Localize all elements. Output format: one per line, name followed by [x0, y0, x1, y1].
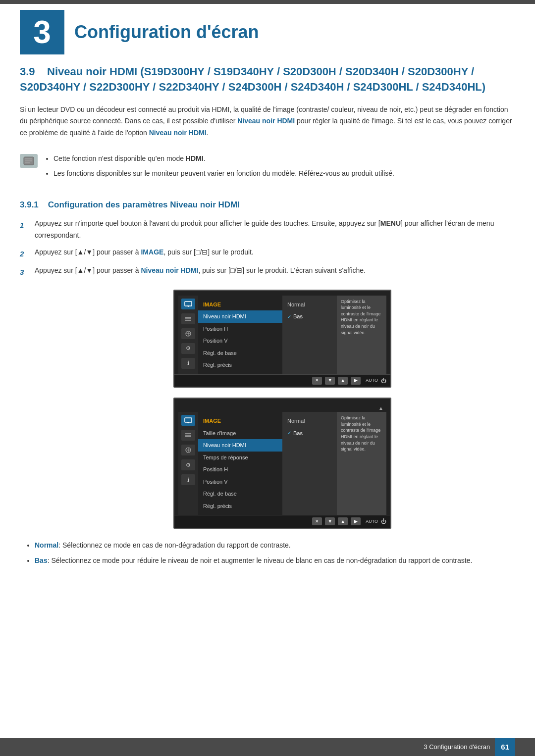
screenshot2-inner: ▲ ⚙ ℹ: [174, 399, 390, 515]
footer-page: 61: [495, 738, 515, 756]
chapter-number: 3: [20, 10, 64, 54]
header-bar: [0, 0, 535, 4]
ctrl-btn-up-2: ▲: [338, 517, 348, 525]
screenshot2-menu-item-5: Position V: [198, 476, 282, 488]
sidebar-icon-info: ℹ: [181, 358, 195, 369]
screenshot2-sidebar-icon-monitor: [181, 415, 195, 426]
screenshot1-sidebar: ⚙ ℹ: [178, 296, 198, 374]
screenshot1-menu: ⚙ ℹ IMAGE Niveau noir HDMI Position H Po…: [178, 296, 386, 374]
ctrl-auto-1: AUTO: [366, 377, 378, 384]
subsection-title: Configuration des paramètres Niveau noir…: [48, 200, 240, 209]
chapter-title: Configuration d'écran: [74, 19, 259, 46]
screenshot1-menu-item-5: Régl. précis: [198, 359, 282, 371]
bullet-item-normal: Normal: Sélectionnez ce mode en cas de n…: [35, 540, 515, 552]
screenshot2-scroll-arrow: ▲: [178, 403, 386, 412]
screenshot2-desc: Optimisez la luminosité et le contraste …: [337, 412, 386, 515]
bullet-item-bas: Bas: Sélectionnez ce mode pour réduire l…: [35, 555, 515, 567]
screenshot1-menu-header: IMAGE: [198, 299, 282, 311]
bullet-term-bas: Bas: [35, 556, 48, 564]
step2-image-highlight: IMAGE: [141, 248, 163, 256]
section-heading: 3.9 Niveau noir HDMI (S19D300HY / S19D34…: [20, 64, 515, 95]
bullet-list: Normal: Sélectionnez ce mode en cas de n…: [20, 540, 515, 567]
screenshot2-menu: ⚙ ℹ IMAGE Taille d'image Niveau noir HDM…: [178, 412, 386, 515]
screenshot2-menu-item-4: Position H: [198, 463, 282, 476]
subsection-heading: 3.9.1 Configuration des paramètres Nivea…: [20, 199, 515, 211]
step-number-3: 3: [20, 266, 31, 279]
screenshot2-menu-panel: IMAGE Taille d'image Niveau noir HDMI Te…: [198, 412, 282, 515]
note-item-1: Cette fonction n'est disponible qu'en mo…: [54, 153, 394, 165]
screenshot2-submenu-normal: Normal: [282, 415, 337, 427]
screenshot2-menu-item-7: Régl. précis: [198, 500, 282, 512]
svg-rect-13: [185, 418, 192, 422]
chapter-block: 3 Configuration d'écran: [20, 10, 259, 54]
screenshot1-menu-item-3: Position V: [198, 335, 282, 347]
ctrl-btn-x-1: ✕: [312, 377, 322, 385]
step-text-3: Appuyez sur [▲/▼] pour passer à Niveau n…: [35, 265, 366, 277]
bullet-colon-normal: : Sélectionnez ce mode en cas de non-dég…: [58, 541, 291, 549]
screenshot2-sidebar-icon-adjust: [181, 445, 195, 455]
body-paragraph: Si un lecteur DVD ou un décodeur est con…: [20, 104, 515, 139]
bullet-colon-bas: : Sélectionnez ce mode pour réduire le n…: [48, 556, 473, 564]
body-highlight-2: Niveau noir HDMI: [149, 129, 207, 137]
main-content: 3.9 Niveau noir HDMI (S19D300HY / S19D34…: [20, 64, 515, 731]
sidebar-icon-lines: [181, 313, 195, 324]
screenshot2-sidebar-icon-info: ℹ: [181, 474, 195, 485]
ctrl-btn-down-2: ▼: [325, 517, 335, 525]
step-3: 3 Appuyez sur [▲/▼] pour passer à Niveau…: [20, 265, 515, 279]
ctrl-btn-down-1: ▼: [325, 377, 335, 385]
screenshot2-submenu: Normal Bas: [282, 412, 337, 515]
screenshot-2: ▲ ⚙ ℹ: [173, 398, 391, 529]
step-number-2: 2: [20, 248, 31, 260]
bullet-term-normal: Normal: [35, 541, 58, 549]
screenshot2-menu-item-3: Temps de réponse: [198, 452, 282, 464]
screenshot1-submenu-bas: Bas: [282, 310, 337, 323]
screenshot2-menu-item-1: Taille d'image: [198, 427, 282, 440]
screenshot2-sidebar: ⚙ ℹ: [178, 412, 198, 515]
note-box: Cette fonction n'est disponible qu'en mo…: [20, 148, 515, 188]
note-hdmi-highlight: HDMI: [186, 154, 204, 162]
screenshot-1: ⚙ ℹ IMAGE Niveau noir HDMI Position H Po…: [173, 290, 391, 388]
screenshot1-menu-item-4: Régl. de base: [198, 347, 282, 359]
screenshot1-desc: Optimisez la luminosité et le contraste …: [337, 296, 386, 374]
ctrl-power-2: ⏻: [381, 517, 386, 526]
sidebar-icon-adjust: [181, 328, 195, 339]
ctrl-btn-x-2: ✕: [312, 517, 322, 525]
screenshot2-menu-item-2: Niveau noir HDMI: [198, 439, 282, 452]
body-text-end: .: [207, 129, 209, 137]
screenshot1-menu-item-2: Position H: [198, 323, 282, 335]
screenshots-container: ⚙ ℹ IMAGE Niveau noir HDMI Position H Po…: [50, 290, 515, 529]
screenshot2-menu-header: IMAGE: [198, 415, 282, 427]
footer-text: 3 Configuration d'écran: [424, 742, 490, 752]
ctrl-auto-2: AUTO: [366, 518, 378, 525]
step-2: 2 Appuyez sur [▲/▼] pour passer à IMAGE,…: [20, 247, 515, 260]
step-number-1: 1: [20, 219, 31, 232]
step-1: 1 Appuyez sur n'importe quel bouton à l'…: [20, 218, 515, 242]
step-text-1: Appuyez sur n'importe quel bouton à l'av…: [35, 218, 515, 242]
ctrl-btn-right-2: ▶: [351, 517, 361, 525]
section-number: 3.9: [20, 65, 35, 78]
screenshot1-control-bar: ✕ ▼ ▲ ▶ AUTO ⏻: [174, 374, 390, 387]
subsection-space: [41, 200, 46, 209]
step-text-2: Appuyez sur [▲/▼] pour passer à IMAGE, p…: [35, 247, 254, 258]
ctrl-btn-up-1: ▲: [338, 377, 348, 385]
subsection-number: 3.9.1: [20, 200, 39, 209]
footer: 3 Configuration d'écran 61: [0, 738, 535, 756]
note-list: Cette fonction n'est disponible qu'en mo…: [45, 153, 394, 183]
note-item-2: Les fonctions disponibles sur le moniteu…: [54, 168, 394, 180]
body-highlight-1: Niveau noir HDMI: [237, 117, 295, 125]
steps-list: 1 Appuyez sur n'importe quel bouton à l'…: [20, 218, 515, 279]
sidebar-icon-gear: ⚙: [181, 343, 195, 354]
step1-menu-bold: MENU: [380, 219, 401, 227]
screenshot2-submenu-bas: Bas: [282, 427, 337, 440]
screenshot2-sidebar-icon-gear: ⚙: [181, 459, 195, 470]
ctrl-power-1: ⏻: [381, 377, 386, 385]
step3-hdmi-highlight: Niveau noir HDMI: [141, 266, 198, 274]
svg-rect-4: [185, 302, 192, 306]
section-title: Niveau noir HDMI (S19D300HY / S19D340HY …: [20, 65, 485, 93]
screenshot1-menu-item-1: Niveau noir HDMI: [198, 310, 282, 323]
screenshot1-submenu: Normal Bas: [282, 296, 337, 374]
screenshot1-inner: ⚙ ℹ IMAGE Niveau noir HDMI Position H Po…: [174, 291, 390, 374]
note-icon: [20, 154, 38, 168]
sidebar-icon-monitor: [181, 299, 195, 309]
screenshot2-sidebar-icon-lines: [181, 430, 195, 441]
